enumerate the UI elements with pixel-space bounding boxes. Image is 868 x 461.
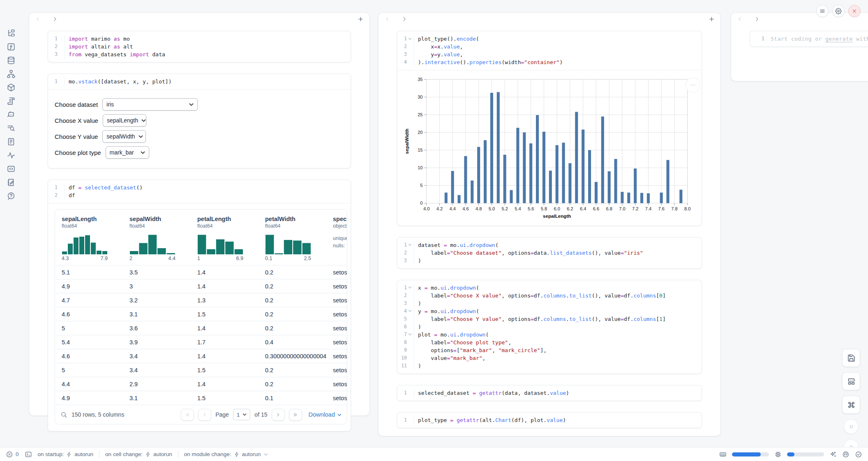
sidebar-help-icon[interactable]	[7, 191, 16, 201]
code-editor[interactable]: 1dataset = mo.ui.dropdown(2 label="Choos…	[397, 237, 702, 268]
code-editor[interactable]: 1plot_type = getattr(alt.Chart(df), plot…	[397, 413, 702, 428]
code-editor[interactable]: 1plot_type().encode(2 x=x.value,3 y=y.va…	[397, 31, 702, 70]
table-cell: 2.9	[123, 381, 191, 387]
shutdown-button[interactable]	[848, 5, 861, 17]
layout-toggle-button[interactable]	[842, 372, 860, 390]
download-button[interactable]: Download	[309, 411, 342, 418]
run-setting[interactable]: on cell change:autorun	[105, 451, 172, 457]
column-prev-button[interactable]	[737, 16, 743, 22]
code-line: df	[65, 191, 75, 199]
table-row[interactable]: 53.41.50.2setosa	[55, 363, 347, 377]
last-page-button[interactable]	[289, 409, 302, 421]
column-name: petalLength	[197, 216, 259, 222]
sparkles-icon[interactable]	[829, 451, 837, 458]
sidebar-package-icon[interactable]	[7, 83, 16, 92]
sidebar-dependency-graph-icon[interactable]	[7, 69, 16, 78]
sidebar-trace-search-icon[interactable]	[7, 124, 16, 133]
table-row[interactable]: 4.93.11.50.1setosa	[55, 391, 347, 405]
table-row[interactable]: 5.43.91.70.4setosa	[55, 335, 347, 349]
command-palette-button[interactable]	[842, 396, 860, 414]
table-row[interactable]: 4.73.21.30.2setosa	[55, 293, 347, 307]
save-button[interactable]	[842, 349, 860, 367]
chart-actions-button[interactable]	[686, 78, 700, 92]
choose-x-value-select[interactable]: sepalLength	[103, 114, 146, 127]
settings-button[interactable]	[832, 5, 845, 17]
sidebar-script-log-icon[interactable]	[7, 97, 16, 106]
code-editor[interactable]: 1import marimo as mo2import altair as al…	[48, 31, 351, 62]
column-next-button[interactable]	[754, 16, 760, 22]
code-cell-vstack[interactable]: 1mo.vstack([dataset, x, y, plot])Choose …	[48, 74, 351, 168]
table-row[interactable]: 53.61.40.2setosa	[55, 321, 347, 335]
terminal-icon[interactable]	[25, 451, 32, 458]
generate-link[interactable]: generate	[825, 36, 853, 42]
cpu-icon[interactable]	[774, 451, 782, 458]
table-column-header[interactable]: petalWidthfloat640.12.5	[259, 216, 326, 261]
sidebar-activity-icon[interactable]	[7, 151, 16, 160]
code-editor[interactable]: 1mo.vstack([dataset, x, y, plot])	[48, 74, 351, 89]
code-editor[interactable]: 1x = mo.ui.dropdown(2 label="Choose X va…	[397, 280, 702, 373]
code-cell-dataset-dropdown[interactable]: 1dataset = mo.ui.dropdown(2 label="Choos…	[397, 237, 702, 269]
line-number: 11	[401, 362, 407, 370]
code-editor[interactable]: 1df = selected_dataset()2df	[48, 180, 351, 203]
sidebar-database-icon[interactable]	[7, 56, 16, 65]
table-column-header[interactable]: petalLengthfloat6416.9	[191, 216, 259, 261]
fold-icon	[408, 243, 412, 247]
empty-code-cell[interactable]: 1 Start coding or generate with AI	[750, 31, 868, 47]
choose-plot-type-select[interactable]: mark_bar	[106, 146, 149, 159]
table-column-header[interactable]: sepalLengthfloat644.37.9	[55, 216, 123, 261]
run-setting[interactable]: on module change:autorun	[184, 451, 269, 457]
table-row[interactable]: 4.42.91.40.2setosa	[55, 377, 347, 391]
prev-page-button[interactable]	[198, 409, 211, 421]
code-cell-dataframe[interactable]: 1df = selected_dataset()2dfsepalLengthfl…	[48, 180, 351, 431]
search-icon[interactable]	[60, 411, 67, 418]
sidebar-snippets-icon[interactable]	[7, 164, 16, 173]
column-prev-button[interactable]	[384, 16, 390, 22]
code-cell-plot-type[interactable]: 1plot_type = getattr(alt.Chart(df), plot…	[397, 412, 702, 428]
page-select[interactable]: 1	[233, 409, 251, 420]
code-cell-imports[interactable]: 1import marimo as mo2import altair as al…	[48, 31, 351, 62]
column-histogram	[129, 233, 175, 254]
add-column-button[interactable]	[358, 16, 364, 22]
notebook-menu-button[interactable]	[816, 5, 829, 17]
code-cell-xy-plot-dropdowns[interactable]: 1x = mo.ui.dropdown(2 label="Choose X va…	[397, 280, 702, 374]
code-editor[interactable]: 1selected_dataset = getattr(data, datase…	[397, 385, 702, 401]
choose-y-value-select[interactable]: sepalWidth	[102, 130, 146, 143]
table-row[interactable]: 4.931.40.2setosa	[55, 279, 347, 293]
line-number: 2	[55, 43, 58, 51]
table-cell: 0.4	[259, 339, 326, 346]
run-setting[interactable]: on startup:autorun	[38, 451, 94, 457]
table-row[interactable]: 5.13.51.40.2setosa	[55, 265, 347, 279]
sidebar-documentation-icon[interactable]	[7, 137, 16, 146]
check-circle-icon[interactable]	[855, 451, 862, 458]
table-cell: 0.2	[259, 269, 326, 276]
sidebar-chat-bot-icon[interactable]	[7, 110, 16, 119]
code-line: from vega_datasets import data	[65, 51, 165, 58]
table-row[interactable]: 4.63.41.40.30000000000000004setosa	[55, 349, 347, 363]
status-bar: 0 on startup:autorunon cell change:autor…	[0, 447, 868, 461]
table-column-header[interactable]: speciesobjectunique:nulls:	[326, 216, 347, 261]
column-next-button[interactable]	[401, 16, 407, 22]
error-counter[interactable]: 0	[6, 451, 19, 458]
copilot-icon[interactable]	[842, 451, 850, 458]
table-column-header[interactable]: sepalWidthfloat6424.4	[123, 216, 191, 261]
column-next-button[interactable]	[52, 16, 58, 22]
code-cell-plot-expr[interactable]: 1plot_type().encode(2 x=x.value,3 y=y.va…	[397, 31, 702, 226]
sidebar-file-tree-icon[interactable]	[7, 29, 16, 38]
column-prev-button[interactable]	[35, 16, 41, 22]
table-cell: 3.9	[123, 339, 191, 346]
add-column-button[interactable]	[709, 16, 715, 22]
svg-text:5.2: 5.2	[501, 206, 508, 211]
stop-button[interactable]	[844, 419, 859, 434]
sidebar-notebook-function-icon[interactable]	[7, 42, 16, 51]
line-gutter: 1	[397, 241, 414, 249]
line-number: 3	[55, 51, 58, 58]
table-cell: 4.9	[55, 283, 123, 290]
next-page-button[interactable]	[272, 409, 285, 421]
code-cell-selected-dataset[interactable]: 1selected_dataset = getattr(data, datase…	[397, 385, 702, 401]
ram-icon[interactable]	[719, 451, 727, 458]
choose-dataset-select[interactable]: iris	[102, 98, 198, 111]
table-row[interactable]: 4.63.11.50.2setosa	[55, 307, 347, 321]
sidebar-scratchpad-icon[interactable]	[7, 178, 16, 187]
line-gutter: 4	[397, 307, 414, 315]
first-page-button[interactable]	[181, 409, 194, 421]
